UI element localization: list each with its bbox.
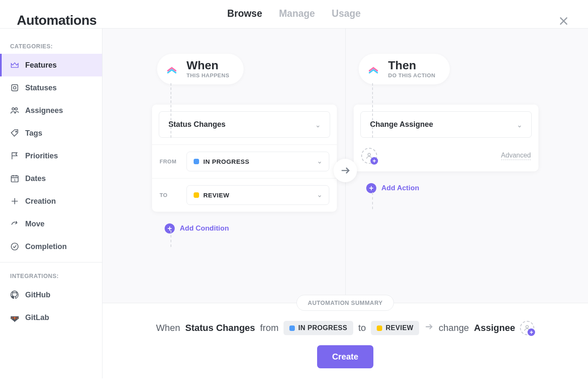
- then-header: Then DO THIS ACTION: [359, 54, 450, 84]
- sidebar-item-tags[interactable]: Tags: [0, 122, 102, 144]
- from-status-select[interactable]: IN PROGRESS: [186, 152, 329, 171]
- chevron-down-icon: [317, 193, 322, 198]
- crown-icon: [10, 60, 19, 70]
- then-subtitle: DO THIS ACTION: [388, 72, 436, 79]
- people-icon: [10, 106, 19, 115]
- svg-point-3: [15, 108, 17, 110]
- status-dot: [194, 159, 199, 164]
- sidebar-item-label: GitHub: [25, 291, 50, 299]
- add-assignee-button[interactable]: +: [361, 148, 377, 164]
- gitlab-icon: [10, 313, 19, 322]
- plus-badge-icon: +: [528, 328, 535, 336]
- integrations-heading: INTEGRATIONS:: [0, 268, 102, 283]
- plus-icon: [10, 197, 19, 206]
- sidebar: CATEGORIES: Features Statuses Assignees …: [0, 29, 102, 378]
- summary-trigger: Status Changes: [185, 323, 255, 333]
- summary-to-chip: REVIEW: [371, 321, 419, 335]
- to-status-value: REVIEW: [203, 192, 229, 199]
- footer: AUTOMATION SUMMARY When Status Changes f…: [102, 303, 588, 378]
- status-dot: [194, 192, 199, 198]
- svg-point-7: [11, 243, 18, 250]
- arrow-connector: [333, 159, 357, 182]
- when-subtitle: THIS HAPPENS: [186, 72, 229, 79]
- trigger-type-select[interactable]: Status Changes: [159, 111, 330, 138]
- svg-text:1: 1: [14, 178, 16, 182]
- plus-circle-icon: +: [366, 183, 376, 193]
- summary-badge: AUTOMATION SUMMARY: [297, 295, 394, 311]
- sidebar-item-dates[interactable]: 1 Dates: [0, 167, 102, 190]
- sidebar-item-label: Statuses: [25, 84, 57, 92]
- sidebar-item-assignees[interactable]: Assignees: [0, 99, 102, 122]
- plus-circle-icon: +: [165, 223, 175, 234]
- arrow-right-icon: [424, 322, 433, 334]
- sidebar-item-label: Dates: [25, 174, 46, 183]
- svg-point-2: [12, 108, 14, 110]
- sidebar-item-label: GitLab: [25, 313, 49, 322]
- sidebar-item-creation[interactable]: Creation: [0, 190, 102, 213]
- advanced-link[interactable]: Advanced: [501, 152, 531, 160]
- then-column: Then DO THIS ACTION Change Assignee +: [354, 54, 538, 193]
- status-dot: [377, 325, 382, 331]
- sidebar-item-statuses[interactable]: Statuses: [0, 76, 102, 99]
- sidebar-item-label: Assignees: [25, 106, 63, 115]
- to-status-select[interactable]: REVIEW: [186, 185, 329, 205]
- sidebar-item-label: Features: [25, 61, 57, 70]
- summary-change: change: [438, 323, 469, 333]
- sidebar-item-features[interactable]: Features: [0, 54, 102, 76]
- flag-icon: [10, 151, 19, 160]
- trigger-type-value: Status Changes: [168, 120, 226, 129]
- chevron-down-icon: [315, 122, 320, 127]
- sidebar-item-gitlab[interactable]: GitLab: [0, 306, 102, 329]
- close-button[interactable]: [558, 15, 571, 29]
- summary-assignee: Assignee: [474, 323, 515, 333]
- action-card: Change Assignee + Advanced: [354, 105, 538, 171]
- svg-point-8: [368, 153, 370, 156]
- sidebar-item-move[interactable]: Move: [0, 213, 102, 235]
- action-type-select[interactable]: Change Assignee: [360, 111, 532, 138]
- status-dot: [289, 325, 295, 331]
- share-icon: [10, 219, 19, 228]
- categories-heading: CATEGORIES:: [0, 39, 102, 54]
- github-icon: [10, 290, 19, 299]
- sidebar-item-label: Tags: [25, 129, 42, 138]
- tag-icon: [10, 129, 19, 138]
- action-type-value: Change Assignee: [370, 120, 433, 129]
- sidebar-item-github[interactable]: GitHub: [0, 283, 102, 306]
- check-circle-icon: [10, 242, 19, 251]
- when-header: When THIS HAPPENS: [157, 54, 244, 84]
- main-panel: When THIS HAPPENS Status Changes FROM: [102, 29, 588, 378]
- svg-point-4: [16, 131, 17, 132]
- sidebar-item-completion[interactable]: Completion: [0, 235, 102, 258]
- summary-from-chip: IN PROGRESS: [284, 321, 353, 335]
- page-title: Automations: [17, 13, 97, 28]
- sidebar-item-priorities[interactable]: Priorities: [0, 144, 102, 167]
- from-label: FROM: [160, 158, 179, 165]
- chevron-down-icon: [517, 122, 522, 127]
- svg-rect-1: [13, 87, 16, 89]
- when-column: When THIS HAPPENS Status Changes FROM: [152, 54, 337, 234]
- summary-when: When: [156, 323, 180, 333]
- to-label: TO: [160, 192, 179, 198]
- add-condition-label: Add Condition: [180, 224, 229, 233]
- then-title: Then: [388, 60, 436, 71]
- clickup-icon: [163, 60, 181, 78]
- trigger-card: Status Changes FROM IN PROGRESS: [152, 105, 337, 212]
- calendar-icon: 1: [10, 174, 19, 183]
- summary-to: to: [358, 323, 366, 333]
- close-icon: [558, 15, 570, 27]
- svg-rect-0: [12, 85, 18, 91]
- create-button[interactable]: Create: [317, 345, 373, 368]
- svg-point-9: [526, 325, 528, 328]
- add-action-button[interactable]: + Add Action: [366, 183, 538, 193]
- sidebar-item-label: Move: [25, 220, 45, 228]
- add-condition-button[interactable]: + Add Condition: [165, 223, 337, 234]
- sidebar-item-label: Completion: [25, 242, 67, 251]
- chevron-down-icon: [317, 159, 322, 164]
- clickup-icon: [365, 60, 382, 78]
- add-action-label: Add Action: [381, 184, 419, 192]
- when-title: When: [186, 60, 229, 71]
- sidebar-item-label: Priorities: [25, 152, 58, 160]
- from-status-value: IN PROGRESS: [203, 158, 249, 165]
- plus-badge-icon: +: [370, 157, 378, 165]
- summary-assignee-avatar[interactable]: +: [520, 321, 534, 335]
